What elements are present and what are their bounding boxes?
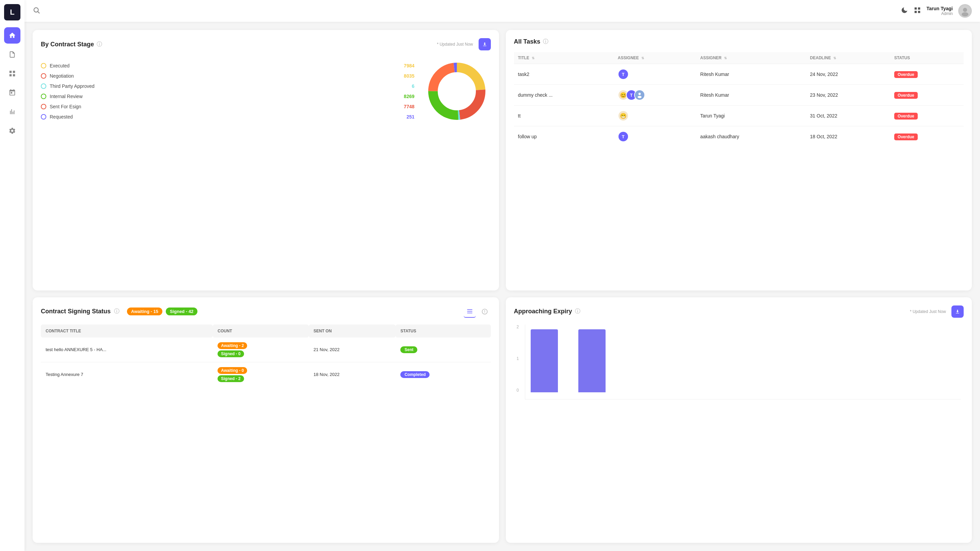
contract-status: Sent	[396, 338, 490, 362]
col-assigner: ASSIGNER ⇅	[696, 52, 806, 64]
dark-mode-icon[interactable]	[901, 6, 908, 16]
search-icon[interactable]	[33, 6, 40, 16]
contract-signing-info-icon[interactable]: ⓘ	[114, 308, 119, 315]
esign-dot	[41, 104, 46, 109]
contract-stage-download-btn[interactable]	[479, 38, 491, 50]
avatar[interactable]	[958, 4, 972, 18]
overdue-badge: Overdue	[894, 71, 918, 78]
logo-letter: L	[10, 8, 14, 17]
sort-icon-deadline[interactable]: ⇅	[833, 56, 836, 60]
stage-item-requested: Requested 251	[41, 114, 415, 119]
sidebar-item-settings[interactable]	[4, 123, 21, 139]
signing-table: CONTRACT TITLE COUNT SENT ON STATUS test…	[41, 325, 491, 387]
overdue-badge: Overdue	[894, 134, 918, 140]
all-tasks-title: All Tasks	[514, 38, 541, 45]
avatar: 😁	[618, 110, 629, 121]
sidebar-item-docs[interactable]	[4, 46, 21, 63]
requested-label: Requested	[50, 114, 403, 119]
executed-count: 7984	[404, 63, 414, 68]
contract-stage-title: By Contract Stage	[41, 41, 94, 48]
table-row: Testing Annexure 7 Awaiting - 0 Signed -…	[41, 362, 491, 387]
sidebar-item-home[interactable]	[4, 27, 21, 44]
list-view-btn[interactable]	[464, 306, 476, 318]
task-status: Overdue	[890, 64, 964, 85]
signed-count-badge: Signed - 0	[218, 350, 244, 357]
task-assigner: Ritesh Kumar	[696, 64, 806, 85]
sidebar-item-calendar[interactable]	[4, 84, 21, 101]
sidebar-item-grid[interactable]	[4, 65, 21, 82]
signed-badge: Signed - 42	[166, 307, 197, 315]
tasks-table: TITLE ⇅ ASSIGNEE ⇅ ASSIGNER ⇅ DEADLINE ⇅…	[514, 52, 964, 147]
chart-view-btn[interactable]	[479, 306, 491, 318]
signed-count-badge: Signed - 2	[218, 375, 244, 382]
table-row: follow up T aakash chaudhary 18 Oct, 202…	[514, 126, 964, 147]
status-completed-badge: Completed	[400, 371, 430, 378]
svg-rect-3	[918, 7, 920, 9]
all-tasks-info-icon[interactable]: ⓘ	[543, 38, 548, 45]
svg-rect-5	[918, 11, 920, 13]
user-role: Admin	[941, 11, 953, 16]
signing-header-row: Contract Signing Status ⓘ Awaiting - 15 …	[41, 306, 491, 318]
svg-rect-2	[914, 7, 916, 9]
internal-count: 8269	[404, 94, 414, 99]
task-deadline: 31 Oct, 2022	[806, 105, 891, 126]
topbar-icons: Tarun Tyagi Admin	[901, 4, 972, 18]
third-party-dot	[41, 83, 46, 89]
executed-label: Executed	[50, 63, 400, 68]
contract-sent-on: 18 Nov, 2022	[309, 362, 396, 387]
sort-icon-title[interactable]: ⇅	[532, 56, 535, 60]
table-row: task2 T Ritesh Kumar 24 Nov, 2022 Overdu…	[514, 64, 964, 85]
task-title: follow up	[514, 126, 614, 147]
main-container: Tarun Tyagi Admin By Contract Stage ⓘ * …	[24, 0, 980, 551]
svg-rect-19	[467, 311, 472, 312]
bars-area	[525, 325, 961, 400]
approaching-expiry-info-icon[interactable]: ⓘ	[575, 308, 581, 315]
bar-col-1	[531, 329, 558, 392]
col-deadline: DEADLINE ⇅	[806, 52, 891, 64]
contract-stage-header-right: * Updated Just Now	[437, 38, 490, 50]
awaiting-badge: Awaiting - 15	[127, 307, 162, 315]
content-grid: By Contract Stage ⓘ * Updated Just Now E…	[24, 22, 980, 551]
approaching-expiry-download-btn[interactable]	[951, 306, 964, 318]
all-tasks-header: All Tasks ⓘ	[514, 38, 964, 45]
sidebar-logo[interactable]: L	[4, 4, 21, 21]
col-count: COUNT	[213, 325, 309, 338]
sort-icon-assignee[interactable]: ⇅	[641, 56, 644, 60]
task-assigner: Tarun Tyagi	[696, 105, 806, 126]
awaiting-count-badge: Awaiting - 0	[218, 367, 247, 374]
svg-point-8	[962, 12, 969, 16]
svg-rect-4	[914, 11, 916, 13]
topbar: Tarun Tyagi Admin	[24, 0, 980, 22]
task-status: Overdue	[890, 105, 964, 126]
task-assignee: T	[614, 64, 696, 85]
stage-content: Executed 7984 Negotiation 8035 Third Par…	[41, 57, 491, 125]
avatar-group: T	[618, 131, 692, 142]
approaching-expiry-update-label: * Updated Just Now	[910, 309, 946, 314]
task-deadline: 18 Oct, 2022	[806, 126, 891, 147]
all-tasks-title-row: All Tasks ⓘ	[514, 38, 549, 45]
contract-stage-card: By Contract Stage ⓘ * Updated Just Now E…	[33, 30, 499, 290]
stage-legend: Executed 7984 Negotiation 8035 Third Par…	[41, 63, 415, 119]
grid-view-icon[interactable]	[914, 6, 921, 16]
view-toggle	[464, 306, 491, 318]
status-sent-badge: Sent	[400, 346, 417, 353]
contract-stage-info-icon[interactable]: ⓘ	[97, 41, 102, 48]
stage-item-negotiation: Negotiation 8035	[41, 73, 415, 79]
contract-title: test hello ANNEXURE 5 - HA...	[41, 338, 213, 362]
negotiation-count: 8035	[404, 73, 414, 79]
sidebar-item-chart[interactable]	[4, 104, 21, 120]
y-axis: 0 1 2	[517, 325, 525, 400]
contract-stage-header: By Contract Stage ⓘ * Updated Just Now	[41, 38, 491, 50]
contract-stage-title-row: By Contract Stage ⓘ	[41, 41, 102, 48]
stage-item-executed: Executed 7984	[41, 63, 415, 68]
svg-rect-20	[467, 313, 472, 313]
negotiation-dot	[41, 73, 46, 79]
y-label-0: 0	[517, 388, 522, 393]
y-label-2: 2	[517, 325, 522, 329]
svg-point-0	[34, 8, 38, 12]
requested-count: 251	[406, 114, 414, 119]
contract-status: Completed	[396, 362, 490, 387]
sort-icon-assigner[interactable]: ⇅	[724, 56, 727, 60]
negotiation-label: Negotiation	[50, 73, 400, 79]
task-assignee: 😁	[614, 105, 696, 126]
